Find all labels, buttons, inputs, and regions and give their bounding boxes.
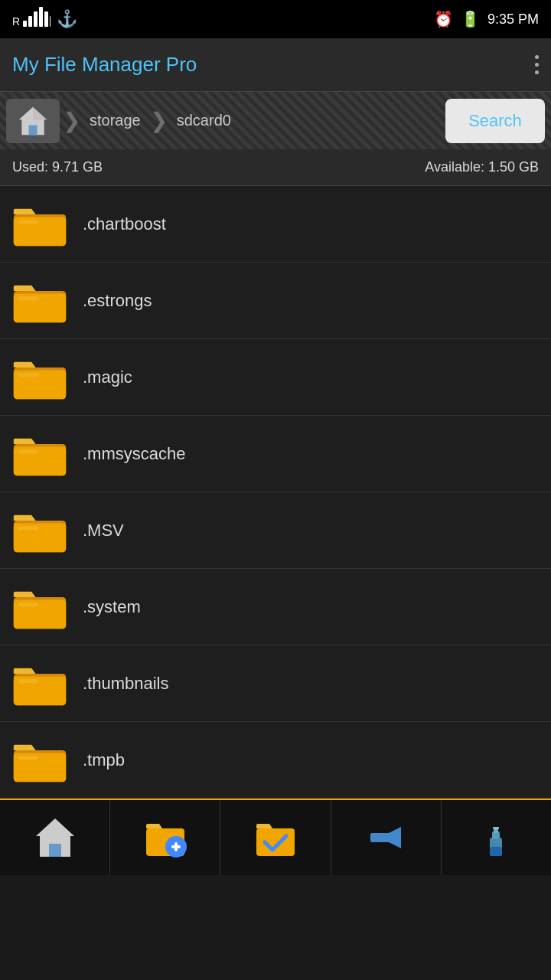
- breadcrumb: ❯ storage ❯ sdcard0 Search: [0, 92, 551, 149]
- folder-icon: [12, 580, 67, 635]
- svg-text:R: R: [12, 15, 20, 28]
- svg-rect-8: [29, 125, 37, 135]
- folder-icon: [12, 503, 67, 558]
- sdcard-breadcrumb[interactable]: sdcard0: [171, 109, 237, 132]
- file-item[interactable]: .thumbnails: [0, 645, 551, 722]
- bottom-add-button[interactable]: [110, 800, 220, 875]
- search-button[interactable]: Search: [445, 99, 545, 143]
- bottom-add-icon: [142, 815, 188, 861]
- svg-rect-2: [28, 16, 32, 27]
- svg-rect-39: [174, 842, 178, 851]
- svg-rect-47: [490, 847, 502, 856]
- bottom-clipboard-button[interactable]: [220, 800, 331, 875]
- file-list: .chartboost .estrongs .magic: [0, 186, 551, 799]
- file-name: .thumbnails: [83, 674, 169, 694]
- file-item[interactable]: .MSV: [0, 492, 551, 569]
- file-item[interactable]: .system: [0, 569, 551, 645]
- svg-marker-9: [33, 106, 47, 119]
- bottom-home-icon: [32, 815, 78, 861]
- file-name: .magic: [83, 368, 132, 387]
- svg-rect-15: [18, 296, 38, 300]
- bottom-tool-button[interactable]: [442, 800, 551, 875]
- status-left: R ⚓: [12, 7, 77, 32]
- folder-icon: [12, 350, 67, 405]
- battery-icon: 🔋: [461, 10, 480, 28]
- svg-rect-18: [18, 373, 38, 377]
- svg-rect-24: [18, 526, 38, 530]
- svg-rect-35: [49, 844, 61, 857]
- separator-1: ❯: [63, 108, 80, 133]
- svg-rect-3: [34, 11, 37, 27]
- bottom-bar: [0, 799, 551, 875]
- signal-icon: R: [12, 7, 51, 32]
- svg-rect-27: [18, 603, 38, 606]
- bottom-clipboard-icon: [253, 815, 298, 861]
- bottom-back-icon: [363, 815, 409, 861]
- svg-rect-1: [23, 21, 27, 27]
- svg-rect-33: [18, 756, 38, 760]
- storage-used: Used: 9.71 GB: [12, 159, 103, 175]
- folder-icon: [12, 273, 67, 328]
- usb-icon: ⚓: [57, 9, 77, 29]
- file-name: .tmpb: [83, 750, 125, 770]
- file-item[interactable]: .estrongs: [0, 263, 551, 339]
- svg-rect-5: [44, 11, 48, 27]
- svg-rect-46: [493, 827, 499, 829]
- svg-rect-40: [256, 828, 295, 856]
- file-item[interactable]: .mmsyscache: [0, 416, 551, 492]
- storage-info: Used: 9.71 GB Available: 1.50 GB: [0, 149, 551, 186]
- svg-rect-12: [18, 220, 38, 224]
- file-name: .system: [83, 597, 141, 617]
- file-item[interactable]: .chartboost: [0, 186, 551, 263]
- svg-rect-6: [50, 16, 51, 27]
- folder-icon: [12, 426, 67, 482]
- folder-icon: [12, 733, 67, 788]
- home-icon: [16, 104, 50, 138]
- storage-breadcrumb[interactable]: storage: [83, 109, 147, 132]
- bottom-tool-icon: [473, 815, 519, 861]
- alarm-icon: ⏰: [434, 10, 453, 28]
- file-name: .MSV: [83, 521, 124, 541]
- app-title: My File Manager Pro: [12, 53, 197, 77]
- storage-available: Available: 1.50 GB: [425, 159, 539, 175]
- folder-icon: [12, 656, 67, 711]
- file-name: .mmsyscache: [83, 444, 185, 464]
- time-display: 9:35 PM: [487, 11, 539, 28]
- menu-button[interactable]: [535, 55, 539, 74]
- svg-rect-21: [18, 449, 38, 453]
- status-bar: R ⚓ ⏰ 🔋 9:35 PM: [0, 0, 551, 38]
- status-right: ⏰ 🔋 9:35 PM: [434, 10, 539, 28]
- title-bar: My File Manager Pro: [0, 38, 551, 92]
- svg-rect-30: [18, 679, 38, 683]
- svg-rect-4: [39, 7, 43, 27]
- svg-rect-42: [370, 833, 392, 842]
- file-name: .estrongs: [83, 291, 152, 311]
- bottom-home-button[interactable]: [0, 800, 110, 875]
- folder-icon: [12, 197, 67, 252]
- separator-2: ❯: [150, 108, 168, 133]
- file-item[interactable]: .magic: [0, 339, 551, 416]
- file-name: .chartboost: [83, 214, 166, 234]
- home-breadcrumb[interactable]: [6, 99, 60, 143]
- bottom-back-button[interactable]: [331, 800, 442, 875]
- file-item[interactable]: .tmpb: [0, 722, 551, 799]
